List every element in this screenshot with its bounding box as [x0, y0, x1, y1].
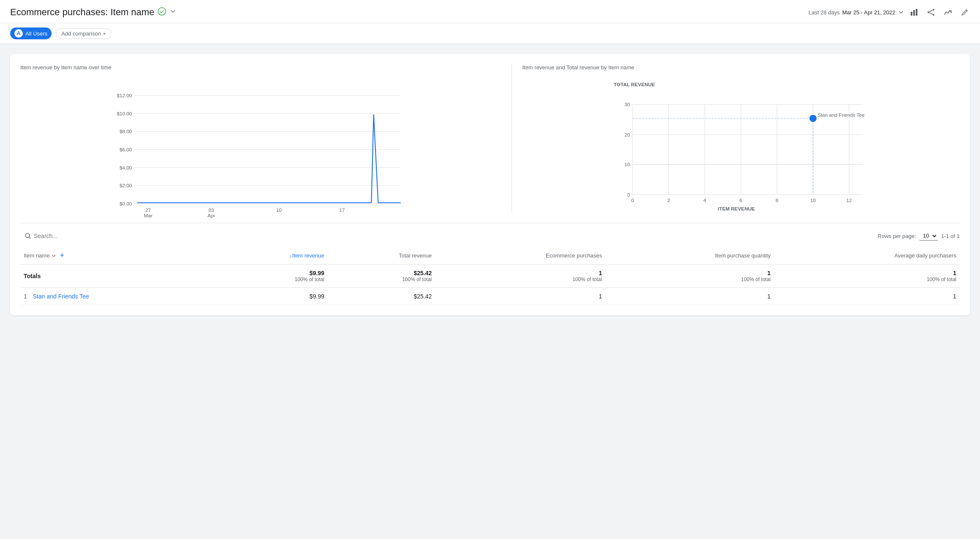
all-users-avatar: A — [14, 29, 23, 38]
totals-ecommerce-purchases: 1 100% of total — [435, 265, 605, 288]
svg-text:8: 8 — [776, 197, 779, 203]
date-dropdown-icon — [898, 9, 904, 15]
scatter-x-axis-label: ITEM REVENUE — [718, 206, 755, 211]
col-header-item-name[interactable]: Item name + — [20, 247, 215, 265]
rows-per-page-label: Rows per page: — [878, 233, 916, 239]
svg-text:Apr: Apr — [208, 213, 215, 218]
row-item-name: 1 Stan and Friends Tee — [20, 288, 215, 305]
svg-point-0 — [158, 8, 166, 15]
svg-text:0: 0 — [627, 192, 630, 197]
scatter-chart-section: Item revenue and Total revenue by Item n… — [512, 64, 960, 213]
scatter-chart-svg: TOTAL REVENUE — [522, 77, 960, 213]
totals-label: Totals — [20, 265, 215, 288]
check-circle-icon — [158, 7, 166, 18]
svg-text:$8.00: $8.00 — [120, 129, 132, 134]
line-chart-section: Item revenue by Item name over time $0.0… — [20, 64, 512, 213]
add-comparison-button[interactable]: Add comparison + — [56, 28, 112, 39]
svg-point-6 — [933, 14, 934, 16]
pagination-controls: Rows per page: 10 25 50 1-1 of 1 — [878, 231, 960, 241]
svg-text:$0.00: $0.00 — [120, 201, 132, 206]
charts-row: Item revenue by Item name over time $0.0… — [20, 64, 960, 213]
scatter-chart-container: TOTAL REVENUE — [522, 77, 960, 213]
share-icon[interactable] — [926, 7, 936, 17]
svg-rect-2 — [913, 10, 915, 16]
row-item-revenue: $9.99 — [215, 288, 328, 305]
svg-text:17: 17 — [339, 207, 345, 213]
svg-text:0: 0 — [631, 197, 634, 203]
add-comparison-label: Add comparison — [61, 30, 101, 37]
header-icons — [909, 7, 970, 17]
add-column-button[interactable]: + — [60, 251, 64, 260]
svg-text:03: 03 — [208, 207, 214, 213]
date-range-label: Last 28 days — [809, 9, 840, 16]
date-range[interactable]: Last 28 days Mar 25 - Apr 21, 2022 — [809, 9, 904, 16]
svg-text:4: 4 — [704, 197, 706, 203]
col-header-item-revenue[interactable]: ↓Item revenue — [215, 247, 328, 265]
table-row: 1 Stan and Friends Tee $9.99 $25.42 1 1 … — [20, 288, 960, 305]
svg-text:10: 10 — [810, 197, 816, 203]
line-chart-title: Item revenue by Item name over time — [20, 64, 501, 71]
svg-text:$12.00: $12.00 — [117, 93, 132, 98]
col-header-item-purchase-quantity[interactable]: Item purchase quantity — [605, 247, 774, 265]
rows-per-page-select[interactable]: 10 25 50 — [920, 231, 938, 241]
line-chart-svg: $0.00 $2.00 $4.00 $6.00 $8.00 $10.00 $12… — [20, 77, 501, 213]
col-header-total-revenue[interactable]: Total revenue — [328, 247, 435, 265]
scatter-point-label: Stan and Friends Tee — [818, 112, 865, 118]
col-header-avg-daily-purchasers[interactable]: Average daily purchasers — [774, 247, 960, 265]
svg-rect-3 — [916, 9, 917, 16]
sort-icon — [51, 253, 56, 258]
add-comparison-plus-icon: + — [103, 30, 106, 37]
row-ecommerce-purchases: 1 — [435, 288, 605, 305]
svg-line-7 — [929, 10, 933, 12]
svg-point-4 — [933, 9, 934, 11]
svg-line-8 — [929, 13, 933, 14]
data-table: Item name + ↓Item revenue Total revenue — [20, 247, 960, 305]
svg-text:Mar: Mar — [144, 213, 152, 218]
table-controls: Rows per page: 10 25 50 1-1 of 1 — [20, 230, 960, 242]
explore-icon[interactable] — [943, 7, 953, 17]
svg-text:$6.00: $6.00 — [120, 147, 132, 152]
svg-text:10: 10 — [624, 161, 630, 167]
pagination-text: 1-1 of 1 — [941, 233, 960, 239]
main-card: Item revenue by Item name over time $0.0… — [10, 54, 970, 315]
row-total-revenue: $25.42 — [328, 288, 435, 305]
scatter-chart-title: Item revenue and Total revenue by Item n… — [522, 64, 960, 71]
title-dropdown-icon[interactable] — [170, 8, 176, 16]
totals-item-revenue: $9.99 100% of total — [215, 265, 328, 288]
main-content: Item revenue by Item name over time $0.0… — [0, 44, 980, 326]
row-item-purchase-quantity: 1 — [605, 288, 774, 305]
totals-row: Totals $9.99 100% of total $25.42 100% o… — [20, 265, 960, 288]
scatter-y-axis-label: TOTAL REVENUE — [614, 82, 655, 87]
svg-text:12: 12 — [846, 197, 852, 203]
search-input[interactable] — [34, 233, 118, 239]
svg-text:$2.00: $2.00 — [120, 183, 132, 188]
totals-total-revenue: $25.42 100% of total — [328, 265, 435, 288]
svg-text:$10.00: $10.00 — [117, 111, 132, 116]
col-header-ecommerce-purchases[interactable]: Ecommerce purchases — [435, 247, 605, 265]
line-chart-container: $0.00 $2.00 $4.00 $6.00 $8.00 $10.00 $12… — [20, 77, 501, 213]
all-users-badge[interactable]: A All Users — [10, 27, 52, 39]
edit-icon[interactable] — [960, 7, 970, 17]
svg-text:6: 6 — [739, 197, 742, 203]
search-icon — [25, 233, 31, 239]
svg-point-5 — [928, 11, 929, 13]
svg-text:20: 20 — [624, 132, 630, 137]
chart-table-divider — [20, 223, 960, 223]
svg-text:27: 27 — [145, 207, 151, 213]
svg-line-56 — [29, 237, 30, 238]
filter-bar: A All Users Add comparison + — [0, 23, 980, 44]
svg-rect-1 — [911, 12, 912, 16]
date-range-value: Mar 25 - Apr 21, 2022 — [842, 9, 895, 16]
page-title: Ecommerce purchases: Item name — [10, 7, 154, 18]
table-header-row: Item name + ↓Item revenue Total revenue — [20, 247, 960, 265]
svg-text:2: 2 — [668, 197, 671, 203]
svg-text:10: 10 — [276, 207, 282, 213]
all-users-label: All Users — [25, 30, 47, 37]
totals-item-purchase-quantity: 1 100% of total — [605, 265, 774, 288]
search-box — [20, 230, 123, 242]
header-left: Ecommerce purchases: Item name — [10, 7, 176, 18]
header-right: Last 28 days Mar 25 - Apr 21, 2022 — [809, 7, 970, 17]
totals-avg-daily-purchasers: 1 100% of total — [774, 265, 960, 288]
header: Ecommerce purchases: Item name Last 28 d… — [0, 0, 980, 23]
chart-icon[interactable] — [909, 7, 919, 17]
